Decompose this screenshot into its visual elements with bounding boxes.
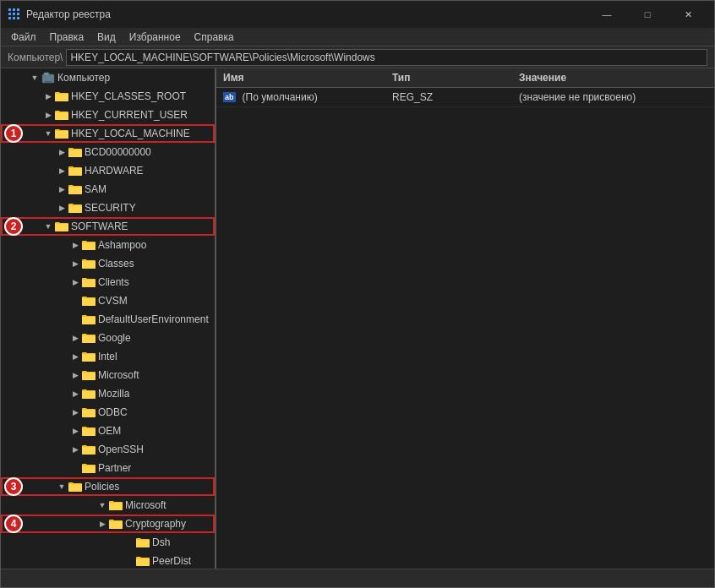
expand-hklm[interactable]: ▼	[41, 127, 55, 140]
tree-label-hkcr: HKEY_CLASSES_ROOT	[71, 90, 186, 102]
expand-intel[interactable]: ▶	[68, 350, 82, 363]
tree-panel[interactable]: ▼ Компьютер ▶	[1, 68, 216, 569]
menu-file[interactable]: Файл	[4, 30, 43, 45]
tree-item-clients[interactable]: ▶ Clients	[28, 273, 215, 291]
expand-hkcr[interactable]: ▶	[41, 90, 55, 103]
expand-partner	[68, 461, 82, 475]
menu-edit[interactable]: Правка	[43, 30, 91, 45]
tree-item-google[interactable]: ▶ Google	[28, 329, 215, 347]
tree-label-hkcu: HKEY_CURRENT_USER	[71, 109, 188, 121]
tree-item-openssh[interactable]: ▶ OpenSSH	[28, 440, 215, 459]
window-title: Редактор реестра	[26, 8, 587, 20]
expand-ashampoo[interactable]: ▶	[68, 238, 82, 252]
tree-label-software: SOFTWARE	[71, 220, 128, 232]
folder-icon-cvsm	[82, 295, 96, 307]
detail-cell-type: REG_SZ	[392, 91, 519, 103]
expand-oem[interactable]: ▶	[68, 424, 82, 438]
tree-item-dsh[interactable]: Dsh	[28, 533, 215, 552]
tree-item-defuserenv[interactable]: DefaultUserEnvironment	[28, 310, 215, 329]
expand-google[interactable]: ▶	[68, 331, 82, 345]
tree-item-mozilla[interactable]: ▶ Mozilla	[28, 384, 215, 403]
tree-label-hklm: HKEY_LOCAL_MACHINE	[71, 128, 190, 139]
tree-item-ms-pol[interactable]: ▼ Microsoft	[28, 496, 215, 514]
folder-icon-oem	[82, 425, 96, 437]
tree-item-peerdist[interactable]: PeerDist	[28, 552, 215, 569]
folder-icon-clients	[82, 276, 96, 288]
maximize-button[interactable]: □	[628, 1, 667, 28]
folder-icon-odbc	[82, 406, 96, 418]
tree-item-security[interactable]: ▶ SECURITY	[28, 199, 215, 217]
tree-item-intel[interactable]: ▶ Intel	[28, 347, 215, 366]
tree-item-cryptography[interactable]: ▶ Cryptography	[1, 514, 215, 533]
expand-defuserenv	[68, 313, 82, 326]
tree-item-ms[interactable]: ▶ Microsoft	[28, 366, 215, 384]
folder-icon-classes	[82, 258, 96, 270]
expand-security[interactable]: ▶	[55, 201, 68, 215]
menu-help[interactable]: Справка	[188, 30, 241, 45]
expand-bcd[interactable]: ▶	[55, 145, 68, 159]
expand-software[interactable]: ▼	[41, 220, 55, 233]
folder-icon-openssh	[82, 444, 96, 455]
tree-item-oem[interactable]: ▶ OEM	[28, 422, 215, 440]
tree-item-hkcr[interactable]: ▶ HKEY_CLASSES_ROOT	[28, 87, 215, 106]
tree-item-cvsm[interactable]: CVSM	[28, 291, 215, 310]
tree-item-hkcu[interactable]: ▶ HKEY_CURRENT_USER	[28, 106, 215, 124]
tree-item-hardware[interactable]: ▶ HARDWARE	[28, 161, 215, 180]
tree-item-hklm[interactable]: ▼ HKEY_LOCAL_MACHINE	[1, 124, 215, 143]
detail-panel: Имя Тип Значение ab (По умолчанию) REG_S…	[216, 68, 714, 569]
close-button[interactable]: ✕	[669, 1, 707, 28]
expand-hkcu[interactable]: ▶	[41, 108, 55, 122]
expand-openssh[interactable]: ▶	[68, 443, 82, 456]
folder-icon-mozilla	[82, 388, 96, 400]
ab-icon: ab	[223, 92, 236, 102]
folder-icon-software	[55, 220, 68, 232]
tree-label-ms: Microsoft	[98, 369, 139, 381]
tree-item-sam[interactable]: ▶ SAM	[28, 180, 215, 199]
main-content: ▼ Компьютер ▶	[1, 68, 714, 569]
menu-favorites[interactable]: Избранное	[123, 30, 188, 45]
tree-item-partner[interactable]: Partner	[28, 459, 215, 477]
tree-label-odbc: ODBC	[98, 406, 128, 418]
detail-row-default[interactable]: ab (По умолчанию) REG_SZ (значение не пр…	[216, 88, 714, 107]
expand-policies[interactable]: ▼	[55, 480, 68, 493]
folder-icon-peerdist	[136, 555, 150, 567]
tree-item-root[interactable]: ▼ Компьютер	[28, 68, 215, 87]
expand-ms-pol[interactable]: ▼	[96, 498, 109, 512]
computer-icon	[41, 72, 55, 84]
col-value: Значение	[519, 72, 707, 84]
tree-item-ashampoo[interactable]: ▶ Ashampoo	[28, 236, 215, 254]
registry-editor-window: Редактор реестра — □ ✕ Файл Правка Вид И…	[0, 0, 715, 588]
expand-dsh	[123, 536, 136, 549]
tree-label-sam: SAM	[85, 183, 106, 195]
expand-ms[interactable]: ▶	[68, 368, 82, 382]
expand-root[interactable]: ▼	[28, 71, 41, 84]
status-bar	[1, 569, 714, 587]
expand-cryptography[interactable]: ▶	[96, 517, 109, 531]
tree-label-mozilla: Mozilla	[98, 388, 129, 400]
expand-mozilla[interactable]: ▶	[68, 387, 82, 400]
tree-item-policies[interactable]: ▼ Policies	[1, 477, 215, 496]
tree-item-software[interactable]: ▼ SOFTWARE	[1, 217, 215, 236]
folder-icon-partner	[82, 462, 96, 474]
address-path[interactable]: HKEY_LOCAL_MACHINE\SOFTWARE\Policies\Mic…	[66, 49, 707, 66]
expand-clients[interactable]: ▶	[68, 275, 82, 289]
tree-item-odbc[interactable]: ▶ ODBC	[28, 403, 215, 422]
expand-classes[interactable]: ▶	[68, 257, 82, 270]
expand-hardware[interactable]: ▶	[55, 164, 68, 177]
tree-label-cvsm: CVSM	[98, 295, 128, 307]
folder-icon-ms-pol	[109, 499, 123, 511]
folder-icon-hkcr	[55, 90, 68, 102]
folder-icon-dsh	[136, 536, 150, 548]
folder-icon-bcd	[68, 146, 82, 158]
tree-label-root: Компьютер	[57, 72, 110, 84]
tree-label-intel: Intel	[98, 351, 117, 362]
tree-item-bcd[interactable]: ▶ BCD00000000	[28, 143, 215, 161]
folder-icon-security	[68, 202, 82, 214]
minimize-button[interactable]: —	[587, 1, 626, 28]
folder-icon-intel	[82, 351, 96, 362]
expand-sam[interactable]: ▶	[55, 182, 68, 196]
menu-view[interactable]: Вид	[90, 30, 123, 45]
expand-peerdist	[123, 554, 136, 568]
tree-item-classes[interactable]: ▶ Classes	[28, 254, 215, 273]
expand-odbc[interactable]: ▶	[68, 406, 82, 419]
